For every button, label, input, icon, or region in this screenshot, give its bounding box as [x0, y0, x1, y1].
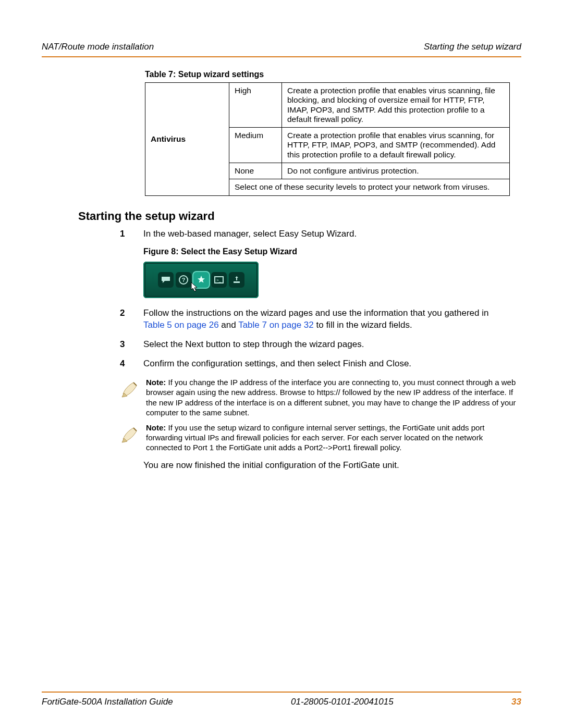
figure-caption: Figure 8: Select the Easy Setup Wizard: [143, 247, 521, 256]
page: NAT/Route mode installation Starting the…: [0, 0, 563, 728]
step-number: 2: [120, 307, 143, 331]
note-label: Note:: [146, 423, 166, 432]
step-number: 4: [120, 358, 143, 370]
note-2: Note: If you use the setup wizard to con…: [120, 423, 516, 453]
cursor-pointer-icon: [188, 281, 200, 298]
xref-table5[interactable]: Table 5 on page 26: [143, 320, 219, 330]
steps-list: 1 In the web-based manager, select Easy …: [120, 228, 511, 240]
step-text: Select the Next button to step through t…: [143, 339, 511, 351]
step-number: 3: [120, 339, 143, 351]
header: NAT/Route mode installation Starting the…: [42, 42, 521, 52]
note-icon: [120, 377, 146, 417]
desc-cell: Create a protection profile that enables…: [282, 128, 510, 163]
easy-setup-toolbar: ? >_: [143, 262, 259, 298]
level-cell: None: [229, 163, 282, 179]
svg-text:?: ?: [181, 277, 185, 283]
step-2: 2 Follow the instructions on the wizard …: [120, 307, 511, 331]
table-row-header: Antivirus: [145, 83, 229, 196]
footer-rule: [42, 692, 521, 693]
closing-text: You are now finished the initial configu…: [143, 460, 521, 471]
header-rule: [42, 56, 521, 57]
footer: FortiGate-500A Installation Guide 01-280…: [42, 692, 521, 707]
header-right: Starting the setup wizard: [424, 42, 521, 52]
step-text: In the web-based manager, select Easy Se…: [143, 228, 511, 240]
step-4: 4 Confirm the configuration settings, an…: [120, 358, 511, 370]
section-heading: Starting the setup wizard: [78, 209, 521, 223]
desc-cell: Do not configure antivirus protection.: [282, 163, 510, 179]
text-fragment: to fill in the wizard fields.: [314, 320, 412, 330]
figure-wrap: ? >_: [143, 262, 521, 298]
step-1: 1 In the web-based manager, select Easy …: [120, 228, 511, 240]
note-label: Note:: [146, 378, 166, 387]
footer-left: FortiGate-500A Installation Guide: [42, 697, 173, 707]
chat-icon[interactable]: [158, 272, 174, 288]
text-fragment: Follow the instructions on the wizard pa…: [143, 308, 488, 318]
note-text: Note: If you use the setup wizard to con…: [146, 423, 516, 453]
header-left: NAT/Route mode installation: [42, 42, 154, 52]
note-icon: [120, 423, 146, 453]
note-body: If you use the setup wizard to configure…: [146, 423, 484, 452]
step-number: 1: [120, 228, 143, 240]
update-icon[interactable]: [229, 272, 244, 288]
console-icon[interactable]: >_: [211, 272, 227, 288]
page-number: 33: [511, 697, 521, 707]
level-cell: Medium: [229, 128, 282, 163]
step-3: 3 Select the Next button to step through…: [120, 339, 511, 351]
note-text: Note: If you change the IP address of th…: [146, 377, 516, 417]
note-body: If you change the IP address of the inte…: [146, 378, 516, 417]
desc-cell: Create a protection profile that enables…: [282, 83, 510, 128]
table-footer-cell: Select one of these security levels to p…: [229, 179, 510, 195]
step-text: Confirm the configuration settings, and …: [143, 358, 511, 370]
svg-text:>_: >_: [216, 278, 222, 282]
table-caption: Table 7: Setup wizard settings: [145, 70, 521, 79]
note-1: Note: If you change the IP address of th…: [120, 377, 516, 417]
footer-center: 01-28005-0101-20041015: [291, 697, 394, 707]
table-row: Antivirus High Create a protection profi…: [145, 83, 510, 128]
setup-wizard-table: Antivirus High Create a protection profi…: [145, 82, 510, 196]
step-text: Follow the instructions on the wizard pa…: [143, 307, 511, 331]
level-cell: High: [229, 83, 282, 128]
xref-table7[interactable]: Table 7 on page 32: [238, 320, 314, 330]
steps-list-cont: 2 Follow the instructions on the wizard …: [120, 307, 511, 370]
text-fragment: and: [219, 320, 239, 330]
